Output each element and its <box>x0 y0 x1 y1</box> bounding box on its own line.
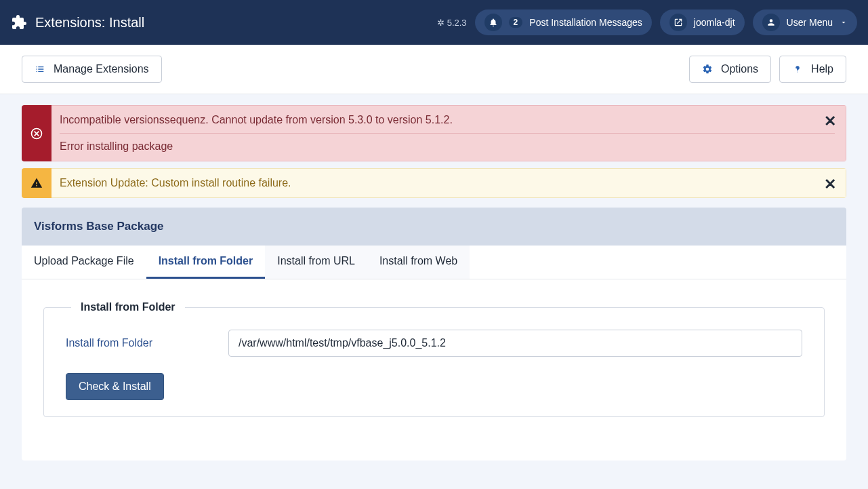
manage-extensions-label: Manage Extensions <box>54 63 149 75</box>
folder-input[interactable] <box>228 330 802 357</box>
panel-body: Upload Package File Install from Folder … <box>22 246 846 461</box>
svg-point-0 <box>798 71 798 72</box>
options-label: Options <box>721 63 758 75</box>
post-install-label: Post Installation Messages <box>529 17 642 28</box>
site-link-button[interactable]: joomla-djt <box>660 9 745 35</box>
notification-count: 2 <box>509 17 523 28</box>
tab-url[interactable]: Install from URL <box>265 246 367 279</box>
tab-web[interactable]: Install from Web <box>367 246 470 279</box>
toolbar: Manage Extensions Options Help <box>0 45 868 94</box>
help-label: Help <box>811 63 833 75</box>
folder-input-label: Install from Folder <box>66 337 215 349</box>
install-fieldset: Install from Folder Install from Folder … <box>43 301 825 417</box>
user-icon <box>762 14 780 31</box>
user-menu-label: User Menu <box>787 17 833 28</box>
user-menu-button[interactable]: User Menu <box>753 9 857 35</box>
warning-alert: ✕ Extension Update: Custom install routi… <box>22 168 846 198</box>
puzzle-icon <box>11 14 27 31</box>
tab-folder[interactable]: Install from Folder <box>146 246 266 279</box>
warning-icon <box>22 168 51 198</box>
content-area: ✕ Incompatible versionssequenz. Cannot u… <box>0 94 868 471</box>
version-indicator: ✲ 5.2.3 <box>437 18 467 28</box>
help-icon <box>792 64 803 75</box>
fieldset-legend: Install from Folder <box>71 301 185 313</box>
site-link-label: joomla-djt <box>694 17 735 28</box>
post-install-messages-button[interactable]: 2 Post Installation Messages <box>475 9 652 35</box>
check-install-button[interactable]: Check & Install <box>66 373 164 400</box>
error-alert: ✕ Incompatible versionssequenz. Cannot u… <box>22 105 846 161</box>
warning-message: Extension Update: Custom install routine… <box>60 177 835 189</box>
tabs: Upload Package File Install from Folder … <box>22 246 846 279</box>
options-button[interactable]: Options <box>689 56 771 83</box>
error-message-2: Error installing package <box>60 140 835 153</box>
topbar: Extensions: Install ✲ 5.2.3 2 Post Insta… <box>0 0 868 45</box>
gear-icon <box>702 64 713 75</box>
manage-extensions-button[interactable]: Manage Extensions <box>22 56 162 83</box>
list-icon <box>35 64 45 75</box>
version-text: 5.2.3 <box>447 18 467 28</box>
tab-upload[interactable]: Upload Package File <box>22 246 146 279</box>
error-icon <box>22 105 51 161</box>
help-button[interactable]: Help <box>779 56 846 83</box>
tab-content: Install from Folder Install from Folder … <box>22 279 846 439</box>
external-link-icon <box>669 14 687 31</box>
bell-icon <box>484 14 502 31</box>
page-title-wrap: Extensions: Install <box>11 14 144 31</box>
panel-title: Visforms Base Package <box>22 208 846 246</box>
page-title: Extensions: Install <box>35 15 144 31</box>
close-icon[interactable]: ✕ <box>824 113 836 130</box>
chevron-down-icon <box>840 18 848 26</box>
joomla-icon: ✲ <box>437 18 445 28</box>
close-icon[interactable]: ✕ <box>824 176 836 193</box>
error-message-1: Incompatible versionssequenz. Cannot upd… <box>60 114 835 126</box>
